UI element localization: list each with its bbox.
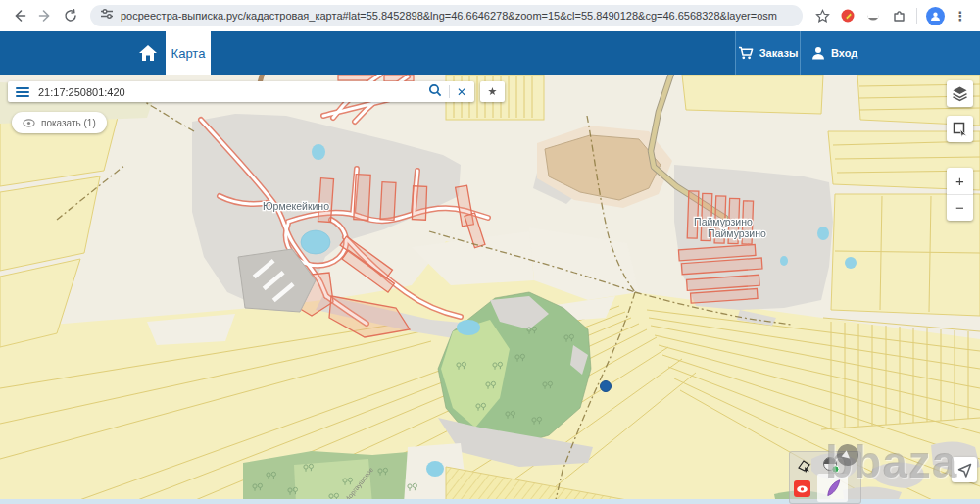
extension-adblock-icon[interactable] (836, 4, 859, 27)
search-input[interactable] (36, 85, 421, 99)
home-button[interactable] (130, 31, 166, 75)
zoom-out-button[interactable]: − (947, 195, 973, 222)
extension-gray-icon[interactable] (861, 4, 885, 27)
back-icon[interactable] (8, 4, 31, 27)
forward-icon[interactable] (33, 4, 57, 27)
user-icon (811, 46, 825, 60)
tab-map[interactable]: Карта (166, 31, 211, 75)
toolbar-separator (916, 8, 917, 24)
address-bar[interactable]: росреестра-выписка.рус/кадастровая_карта… (90, 5, 803, 26)
layers-button[interactable] (947, 80, 973, 107)
draw-tool-button[interactable] (817, 474, 848, 502)
orders-label: Заказы (760, 47, 799, 59)
browser-menu-icon[interactable]: ⋮ (949, 4, 972, 27)
search-icon[interactable] (428, 83, 442, 101)
zoom-control: + − (947, 168, 973, 221)
navigation-arrow-icon (956, 462, 973, 479)
geolocate-button[interactable] (952, 457, 977, 482)
eye-icon (23, 119, 35, 127)
map-canvas[interactable]: Юрмекейкино Паймурзино Паймурзино Моргау… (0, 75, 980, 504)
favorites-button[interactable]: ★ (480, 81, 505, 102)
orders-button[interactable]: Заказы (735, 31, 800, 75)
cadastral-search-bar[interactable]: ✕ (8, 81, 474, 102)
profile-avatar[interactable] (923, 4, 947, 27)
select-area-button[interactable] (947, 116, 973, 142)
bookmark-star-icon[interactable] (810, 4, 834, 27)
select-area-icon (952, 121, 968, 137)
parcel-marker[interactable] (601, 381, 612, 392)
site-navbar: Карта Заказы Вход (0, 31, 980, 75)
measure-tool-icon[interactable] (797, 458, 812, 478)
browser-toolbar: росреестра-выписка.рус/кадастровая_карта… (0, 0, 980, 31)
url-text[interactable]: росреестра-выписка.рус/кадастровая_карта… (121, 10, 777, 22)
reload-icon[interactable] (59, 4, 82, 27)
map-viewport[interactable]: Юрмекейкино Паймурзино Паймурзино Моргау… (0, 75, 980, 504)
show-results-button[interactable]: показать (1) (12, 112, 107, 133)
feather-icon (823, 479, 843, 498)
menu-icon[interactable] (16, 87, 29, 97)
drawing-tools-panel (789, 451, 861, 504)
village-left-label: Юрмекейкино (263, 200, 329, 212)
clear-search-icon[interactable]: ✕ (457, 86, 466, 98)
cart-icon (738, 46, 754, 60)
login-button[interactable]: Вход (800, 31, 980, 75)
tab-map-label: Карта (172, 46, 206, 61)
zoom-in-button[interactable]: + (947, 168, 973, 195)
search-divider (449, 85, 450, 98)
extensions-puzzle-icon[interactable] (887, 4, 910, 27)
layers-icon (952, 85, 968, 102)
site-settings-icon[interactable] (100, 7, 114, 25)
camera-tool-button[interactable] (794, 480, 810, 497)
show-results-label: показать (1) (41, 118, 96, 128)
login-label: Вход (831, 47, 858, 59)
navbar-right: Заказы Вход (735, 31, 980, 75)
village-right-label-bottom: Паймурзино (708, 227, 766, 239)
village-right-label-top: Паймурзино (694, 216, 753, 227)
